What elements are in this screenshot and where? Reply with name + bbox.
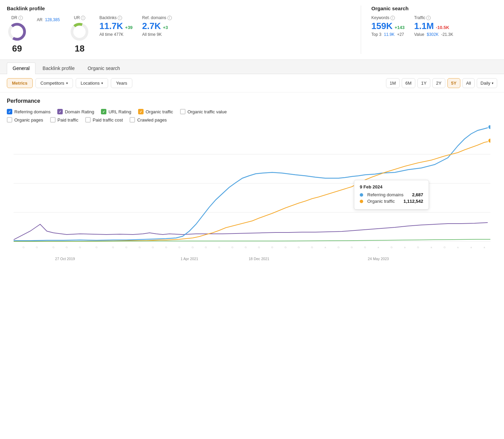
checkbox-referring-domains[interactable]: ✓ Referring domains bbox=[7, 109, 50, 114]
checkbox-organic-traffic-value-box bbox=[180, 109, 186, 114]
granularity-chevron-icon: ▾ bbox=[492, 81, 493, 85]
time-1y-button[interactable]: 1Y bbox=[417, 78, 430, 88]
checkbox-paid-traffic-cost[interactable]: Paid traffic cost bbox=[85, 117, 123, 123]
svg-text:a: a bbox=[470, 246, 472, 249]
svg-text:G: G bbox=[311, 246, 313, 249]
backlinks-metric: Backlinks i 11.7K +39 All time 477K bbox=[99, 15, 132, 37]
ref-domains-sub: All time 9K bbox=[142, 32, 172, 37]
top-panel: Backlink profile DR i 69 AR 128,385 bbox=[0, 0, 504, 60]
keywords-sub: Top 3 11.9K +27 bbox=[371, 32, 404, 37]
traffic-info-icon[interactable]: i bbox=[426, 16, 431, 20]
tooltip-dot-organic bbox=[360, 200, 363, 203]
checkbox-domain-rating-box: ✓ bbox=[57, 109, 63, 114]
svg-text:a: a bbox=[377, 246, 379, 249]
svg-text:27 Oct 2019: 27 Oct 2019 bbox=[55, 257, 75, 261]
competitors-button[interactable]: Competitors ▾ bbox=[35, 78, 73, 88]
toolbar-right: 1M 6M 1Y 2Y 5Y All Daily ▾ bbox=[386, 78, 497, 88]
svg-text:G: G bbox=[284, 246, 286, 249]
tooltip-row-organic-traffic: Organic traffic 1,112,542 bbox=[360, 199, 423, 204]
keywords-metric: Keywords i 159K +143 Top 3 11.9K +27 bbox=[371, 15, 404, 37]
checkboxes-row-1: ✓ Referring domains ✓ Domain Rating ✓ UR… bbox=[7, 109, 497, 114]
svg-text:a: a bbox=[325, 246, 326, 249]
traffic-metric: Traffic i 1.1M -10.5K Value $302K -21.3K bbox=[414, 15, 453, 37]
dr-info-icon[interactable]: i bbox=[18, 16, 23, 20]
time-2y-button[interactable]: 2Y bbox=[432, 78, 445, 88]
svg-text:G: G bbox=[125, 246, 128, 249]
keywords-info-icon[interactable]: i bbox=[390, 16, 395, 20]
svg-text:a: a bbox=[431, 246, 432, 249]
organic-search-title: Organic search bbox=[371, 5, 497, 11]
dr-value: 69 bbox=[12, 43, 22, 54]
performance-title: Performance bbox=[7, 98, 497, 104]
checkboxes-row-2: Organic pages Paid traffic Paid traffic … bbox=[7, 117, 497, 123]
svg-text:G: G bbox=[390, 246, 392, 249]
checkbox-crawled-pages[interactable]: Crawled pages bbox=[130, 117, 167, 123]
svg-text:G: G bbox=[192, 246, 194, 249]
svg-text:G: G bbox=[245, 246, 247, 249]
backlink-profile-title: Backlink profile bbox=[7, 5, 347, 11]
svg-text:G: G bbox=[417, 246, 419, 249]
tab-backlink-profile[interactable]: Backlink profile bbox=[37, 62, 80, 74]
svg-text:G: G bbox=[23, 246, 25, 249]
dr-label: DR i bbox=[11, 15, 23, 20]
svg-text:G: G bbox=[271, 246, 273, 249]
backlink-profile-section: Backlink profile DR i 69 AR 128,385 bbox=[7, 5, 347, 54]
svg-text:G: G bbox=[79, 246, 81, 249]
checkbox-organic-traffic[interactable]: ✓ Organic traffic bbox=[138, 109, 173, 114]
tab-organic-search[interactable]: Organic search bbox=[82, 62, 126, 74]
checkbox-organic-traffic-value[interactable]: Organic traffic value bbox=[180, 109, 227, 114]
tab-general[interactable]: General bbox=[7, 62, 35, 74]
svg-text:G: G bbox=[53, 246, 55, 249]
time-6m-button[interactable]: 6M bbox=[402, 78, 415, 88]
ur-value: 18 bbox=[75, 43, 85, 54]
tooltip-dot-referring bbox=[360, 193, 363, 197]
svg-point-8 bbox=[488, 125, 490, 129]
ar-value[interactable]: 128,385 bbox=[45, 17, 60, 22]
checkbox-paid-traffic-cost-box bbox=[85, 117, 91, 123]
backlinks-value: 11.7K +39 bbox=[99, 21, 132, 31]
time-1m-button[interactable]: 1M bbox=[386, 78, 400, 88]
tooltip-date: 9 Feb 2024 bbox=[360, 184, 423, 189]
locations-chevron-icon: ▾ bbox=[101, 81, 103, 85]
svg-point-9 bbox=[488, 138, 490, 143]
svg-text:G: G bbox=[205, 246, 207, 249]
ar-section: AR 128,385 bbox=[37, 15, 60, 24]
traffic-sub: Value $302K -21.3K bbox=[414, 32, 453, 37]
svg-text:G: G bbox=[95, 246, 98, 249]
ur-info-icon[interactable]: i bbox=[81, 16, 85, 20]
years-button[interactable]: Years bbox=[111, 78, 132, 88]
svg-text:G: G bbox=[338, 246, 340, 249]
organic-search-section: Organic search Keywords i 159K +143 Top … bbox=[361, 5, 497, 54]
time-all-button[interactable]: All bbox=[462, 78, 475, 88]
checkbox-paid-traffic[interactable]: Paid traffic bbox=[50, 117, 78, 123]
checkbox-domain-rating[interactable]: ✓ Domain Rating bbox=[57, 109, 94, 114]
svg-text:G: G bbox=[444, 246, 446, 249]
checkbox-referring-domains-box: ✓ bbox=[7, 109, 12, 114]
granularity-button[interactable]: Daily ▾ bbox=[477, 78, 497, 88]
svg-text:G: G bbox=[36, 246, 38, 249]
svg-text:G: G bbox=[232, 246, 234, 249]
checkbox-organic-pages-box bbox=[7, 117, 12, 123]
ref-domains-metric: Ref. domains i 2.7K +3 All time 9K bbox=[142, 15, 172, 37]
traffic-value: 1.1M -10.5K bbox=[414, 21, 453, 31]
svg-text:G: G bbox=[152, 246, 154, 249]
svg-text:G: G bbox=[218, 246, 220, 249]
svg-text:G: G bbox=[112, 246, 114, 249]
time-5y-button[interactable]: 5Y bbox=[447, 78, 460, 88]
svg-text:G: G bbox=[138, 246, 140, 249]
backlinks-info-icon[interactable]: i bbox=[118, 16, 122, 20]
ur-donut-chart bbox=[69, 22, 90, 42]
tooltip-row-referring-domains: Referring domains 2,687 bbox=[360, 192, 423, 197]
svg-text:1 Apr 2021: 1 Apr 2021 bbox=[180, 257, 198, 261]
ref-domains-info-icon[interactable]: i bbox=[167, 16, 172, 20]
chart-area: G G G G G G G G G G G G G G G G G G G G bbox=[14, 125, 490, 269]
checkbox-crawled-pages-box bbox=[130, 117, 135, 123]
checkbox-organic-pages[interactable]: Organic pages bbox=[7, 117, 43, 123]
locations-button[interactable]: Locations ▾ bbox=[76, 78, 108, 88]
performance-section: Performance ✓ Referring domains ✓ Domain… bbox=[0, 93, 504, 281]
organic-metrics-row: Keywords i 159K +143 Top 3 11.9K +27 Tra… bbox=[371, 15, 497, 37]
checkbox-organic-traffic-box: ✓ bbox=[138, 109, 144, 114]
checkbox-url-rating[interactable]: ✓ URL Rating bbox=[101, 109, 131, 114]
tabs-bar: General Backlink profile Organic search bbox=[0, 60, 504, 74]
metrics-button[interactable]: Metrics bbox=[7, 78, 33, 88]
